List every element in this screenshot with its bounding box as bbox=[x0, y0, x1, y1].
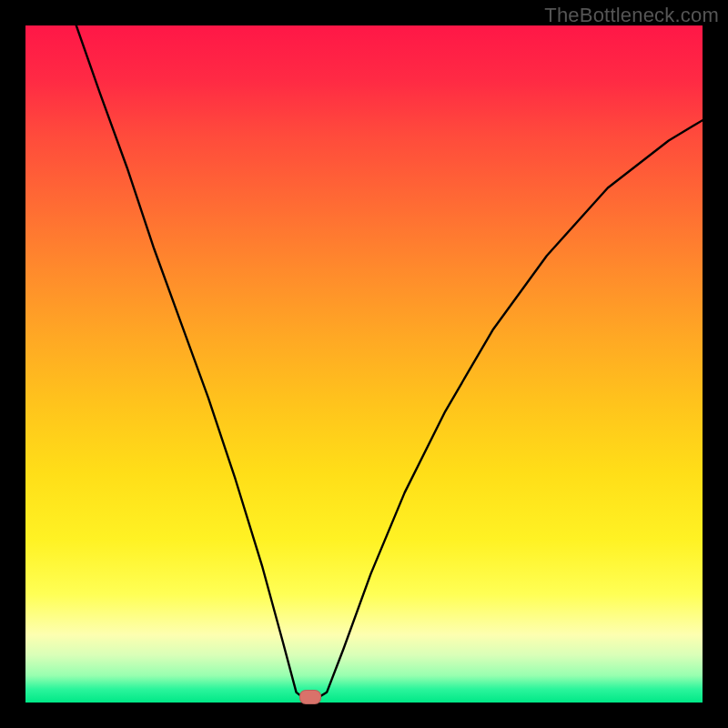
bottleneck-curve bbox=[76, 25, 703, 703]
curve-svg bbox=[25, 25, 703, 703]
plot-area bbox=[25, 25, 703, 703]
chart-frame: TheBottleneck.com bbox=[0, 0, 728, 728]
watermark-label: TheBottleneck.com bbox=[544, 4, 719, 27]
optimal-point-marker bbox=[299, 690, 321, 704]
